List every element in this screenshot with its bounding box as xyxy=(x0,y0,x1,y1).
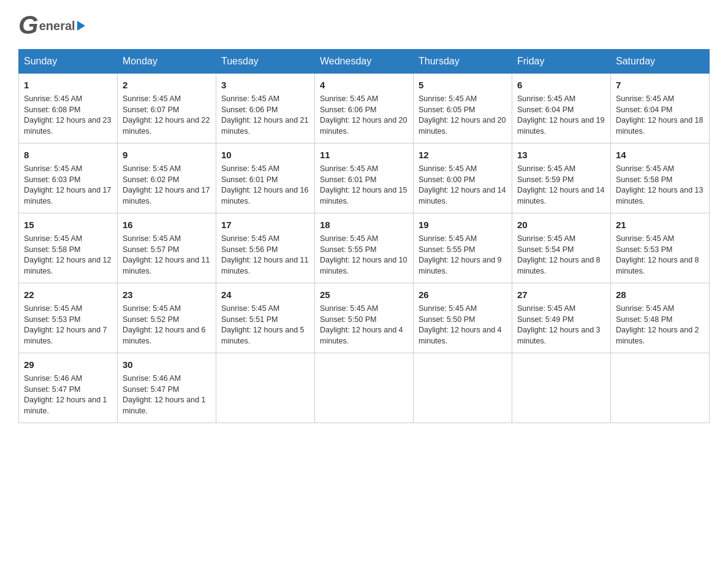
day-number: 13 xyxy=(517,148,605,161)
day-number: 14 xyxy=(616,148,704,161)
header-sunday: Sunday xyxy=(19,50,118,74)
day-info: Sunrise: 5:46 AMSunset: 5:47 PMDaylight:… xyxy=(24,373,112,416)
calendar-cell: 13 Sunrise: 5:45 AMSunset: 5:59 PMDaylig… xyxy=(512,144,611,213)
calendar-cell: 19 Sunrise: 5:45 AMSunset: 5:55 PMDaylig… xyxy=(414,213,512,283)
day-number: 7 xyxy=(616,79,704,91)
day-number: 23 xyxy=(123,288,211,301)
calendar-cell: 7 Sunrise: 5:45 AMSunset: 6:04 PMDayligh… xyxy=(611,74,710,144)
header-tuesday: Tuesday xyxy=(216,50,315,74)
day-number: 18 xyxy=(320,218,408,231)
calendar-cell xyxy=(611,353,710,423)
calendar-cell: 22 Sunrise: 5:45 AMSunset: 5:53 PMDaylig… xyxy=(19,283,118,353)
day-info: Sunrise: 5:45 AMSunset: 5:55 PMDaylight:… xyxy=(320,234,408,277)
day-info: Sunrise: 5:45 AMSunset: 5:57 PMDaylight:… xyxy=(123,234,211,277)
day-info: Sunrise: 5:46 AMSunset: 5:47 PMDaylight:… xyxy=(123,373,211,416)
calendar-cell: 24 Sunrise: 5:45 AMSunset: 5:51 PMDaylig… xyxy=(216,283,315,353)
day-number: 21 xyxy=(616,218,704,231)
day-info: Sunrise: 5:45 AMSunset: 6:00 PMDaylight:… xyxy=(419,164,507,207)
day-number: 8 xyxy=(24,148,112,161)
calendar-cell: 15 Sunrise: 5:45 AMSunset: 5:58 PMDaylig… xyxy=(19,213,118,283)
day-info: Sunrise: 5:45 AMSunset: 6:06 PMDaylight:… xyxy=(221,94,309,137)
day-info: Sunrise: 5:45 AMSunset: 5:59 PMDaylight:… xyxy=(517,164,605,207)
logo-area: G eneral xyxy=(18,12,85,38)
day-info: Sunrise: 5:45 AMSunset: 5:58 PMDaylight:… xyxy=(616,164,704,207)
calendar-cell: 9 Sunrise: 5:45 AMSunset: 6:02 PMDayligh… xyxy=(118,144,216,213)
day-number: 26 xyxy=(419,288,507,301)
day-number: 12 xyxy=(419,148,507,161)
day-info: Sunrise: 5:45 AMSunset: 5:50 PMDaylight:… xyxy=(320,304,408,347)
day-number: 6 xyxy=(517,79,605,91)
calendar-cell: 25 Sunrise: 5:45 AMSunset: 5:50 PMDaylig… xyxy=(315,283,414,353)
calendar-cell: 12 Sunrise: 5:45 AMSunset: 6:00 PMDaylig… xyxy=(414,144,512,213)
calendar-cell: 26 Sunrise: 5:45 AMSunset: 5:50 PMDaylig… xyxy=(414,283,512,353)
day-number: 2 xyxy=(123,79,211,91)
day-number: 19 xyxy=(419,218,507,231)
day-number: 4 xyxy=(320,79,408,91)
header-thursday: Thursday xyxy=(414,50,512,74)
day-info: Sunrise: 5:45 AMSunset: 5:49 PMDaylight:… xyxy=(517,304,605,347)
calendar-cell: 1 Sunrise: 5:45 AMSunset: 6:08 PMDayligh… xyxy=(19,74,118,144)
day-number: 22 xyxy=(24,288,112,301)
day-number: 17 xyxy=(221,218,309,231)
calendar-cell: 29 Sunrise: 5:46 AMSunset: 5:47 PMDaylig… xyxy=(19,353,118,423)
header-friday: Friday xyxy=(512,50,611,74)
day-info: Sunrise: 5:45 AMSunset: 5:52 PMDaylight:… xyxy=(123,304,211,347)
calendar-cell: 11 Sunrise: 5:45 AMSunset: 6:01 PMDaylig… xyxy=(315,144,414,213)
calendar-cell: 5 Sunrise: 5:45 AMSunset: 6:05 PMDayligh… xyxy=(414,74,512,144)
header-wednesday: Wednesday xyxy=(315,50,414,74)
day-number: 25 xyxy=(320,288,408,301)
calendar-cell xyxy=(414,353,512,423)
day-number: 24 xyxy=(221,288,309,301)
calendar-cell: 10 Sunrise: 5:45 AMSunset: 6:01 PMDaylig… xyxy=(216,144,315,213)
day-number: 3 xyxy=(221,79,309,91)
logo-g-letter: G xyxy=(18,12,39,38)
header-monday: Monday xyxy=(118,50,216,74)
day-info: Sunrise: 5:45 AMSunset: 5:48 PMDaylight:… xyxy=(616,304,704,347)
day-info: Sunrise: 5:45 AMSunset: 6:04 PMDaylight:… xyxy=(616,94,704,137)
day-number: 1 xyxy=(24,79,112,91)
day-info: Sunrise: 5:45 AMSunset: 6:01 PMDaylight:… xyxy=(320,164,408,207)
day-info: Sunrise: 5:45 AMSunset: 5:54 PMDaylight:… xyxy=(517,234,605,277)
day-number: 10 xyxy=(221,148,309,161)
calendar-cell: 14 Sunrise: 5:45 AMSunset: 5:58 PMDaylig… xyxy=(611,144,710,213)
day-number: 29 xyxy=(24,358,112,371)
calendar-cell: 2 Sunrise: 5:45 AMSunset: 6:07 PMDayligh… xyxy=(118,74,216,144)
calendar-cell: 21 Sunrise: 5:45 AMSunset: 5:53 PMDaylig… xyxy=(611,213,710,283)
day-number: 28 xyxy=(616,288,704,301)
day-number: 11 xyxy=(320,148,408,161)
calendar-cell: 17 Sunrise: 5:45 AMSunset: 5:56 PMDaylig… xyxy=(216,213,315,283)
calendar-week-row: 22 Sunrise: 5:45 AMSunset: 5:53 PMDaylig… xyxy=(19,283,710,353)
calendar-cell: 30 Sunrise: 5:46 AMSunset: 5:47 PMDaylig… xyxy=(118,353,216,423)
calendar-cell xyxy=(315,353,414,423)
calendar-week-row: 15 Sunrise: 5:45 AMSunset: 5:58 PMDaylig… xyxy=(19,213,710,283)
day-info: Sunrise: 5:45 AMSunset: 6:06 PMDaylight:… xyxy=(320,94,408,137)
calendar-cell: 20 Sunrise: 5:45 AMSunset: 5:54 PMDaylig… xyxy=(512,213,611,283)
day-info: Sunrise: 5:45 AMSunset: 5:53 PMDaylight:… xyxy=(24,304,112,347)
day-info: Sunrise: 5:45 AMSunset: 5:55 PMDaylight:… xyxy=(419,234,507,277)
day-info: Sunrise: 5:45 AMSunset: 6:01 PMDaylight:… xyxy=(221,164,309,207)
calendar-cell: 4 Sunrise: 5:45 AMSunset: 6:06 PMDayligh… xyxy=(315,74,414,144)
calendar-week-row: 29 Sunrise: 5:46 AMSunset: 5:47 PMDaylig… xyxy=(19,353,710,423)
calendar-cell xyxy=(512,353,611,423)
day-info: Sunrise: 5:45 AMSunset: 5:56 PMDaylight:… xyxy=(221,234,309,277)
calendar-header-row: SundayMondayTuesdayWednesdayThursdayFrid… xyxy=(19,50,710,74)
day-info: Sunrise: 5:45 AMSunset: 6:02 PMDaylight:… xyxy=(123,164,211,207)
day-info: Sunrise: 5:45 AMSunset: 6:08 PMDaylight:… xyxy=(24,94,112,137)
calendar-cell: 3 Sunrise: 5:45 AMSunset: 6:06 PMDayligh… xyxy=(216,74,315,144)
day-info: Sunrise: 5:45 AMSunset: 6:07 PMDaylight:… xyxy=(123,94,211,137)
day-number: 27 xyxy=(517,288,605,301)
day-info: Sunrise: 5:45 AMSunset: 6:04 PMDaylight:… xyxy=(517,94,605,137)
day-info: Sunrise: 5:45 AMSunset: 6:05 PMDaylight:… xyxy=(419,94,507,137)
day-number: 15 xyxy=(24,218,112,231)
day-info: Sunrise: 5:45 AMSunset: 5:58 PMDaylight:… xyxy=(24,234,112,277)
calendar-cell: 8 Sunrise: 5:45 AMSunset: 6:03 PMDayligh… xyxy=(19,144,118,213)
day-info: Sunrise: 5:45 AMSunset: 6:03 PMDaylight:… xyxy=(24,164,112,207)
calendar-cell: 23 Sunrise: 5:45 AMSunset: 5:52 PMDaylig… xyxy=(118,283,216,353)
calendar-cell xyxy=(216,353,315,423)
day-info: Sunrise: 5:45 AMSunset: 5:51 PMDaylight:… xyxy=(221,304,309,347)
day-number: 5 xyxy=(419,79,507,91)
header-saturday: Saturday xyxy=(611,50,710,74)
calendar-week-row: 1 Sunrise: 5:45 AMSunset: 6:08 PMDayligh… xyxy=(19,74,710,144)
day-number: 9 xyxy=(123,148,211,161)
calendar-cell: 6 Sunrise: 5:45 AMSunset: 6:04 PMDayligh… xyxy=(512,74,611,144)
